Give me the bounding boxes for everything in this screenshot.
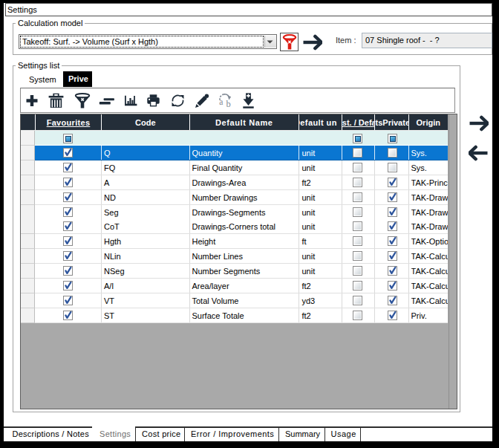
svg-text:a: a: [219, 97, 223, 106]
svg-text:b: b: [226, 99, 231, 109]
